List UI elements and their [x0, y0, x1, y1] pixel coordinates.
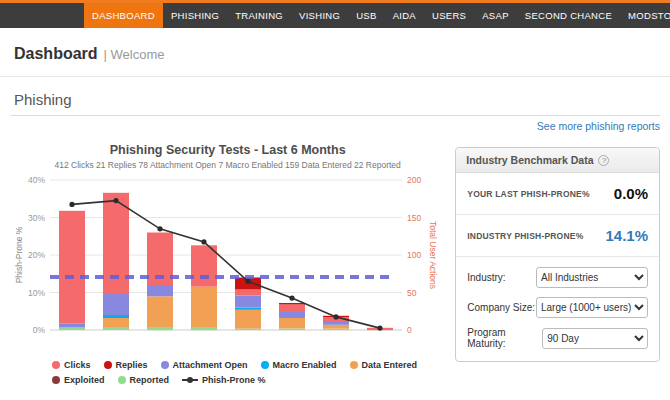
- legend-dot-icon: [52, 376, 60, 384]
- legend-label: Macro Enabled: [273, 360, 337, 370]
- svg-text:150: 150: [407, 213, 421, 223]
- legend-label: Attachment Open: [173, 360, 248, 370]
- chart-subtitle: 412 Clicks 21 Replies 78 Attachment Open…: [10, 160, 445, 170]
- content-area: Phishing See more phishing reports Phish…: [0, 91, 670, 385]
- phish-prone-line-icon: [182, 379, 198, 381]
- industry-select[interactable]: All Industries: [536, 267, 648, 288]
- svg-text:30%: 30%: [28, 213, 45, 223]
- your-phish-prone-row: YOUR LAST PHISH-PRONE% 0.0%: [456, 173, 659, 215]
- program-maturity-filter-label: Program Maturity:: [467, 327, 542, 349]
- svg-text:10%: 10%: [28, 288, 45, 298]
- benchmark-panel-title: Industry Benchmark Data: [466, 154, 593, 166]
- legend-item-data-entered[interactable]: Data Entered: [350, 360, 418, 370]
- legend-item-replies[interactable]: Replies: [104, 360, 148, 370]
- svg-text:Total User Actions: Total User Actions: [428, 221, 438, 289]
- benchmark-panel-header: Industry Benchmark Data ?: [456, 148, 659, 173]
- legend-dot-icon: [118, 376, 126, 384]
- svg-text:40%: 40%: [28, 175, 45, 185]
- legend-dot-icon: [261, 361, 269, 369]
- svg-text:20%: 20%: [28, 250, 45, 260]
- company-size-filter-row: Company Size: Large (1000+ users): [467, 297, 648, 318]
- nav-item-aida[interactable]: AIDA: [385, 3, 424, 28]
- nav-item-asap[interactable]: ASAP: [474, 3, 517, 28]
- legend-label: Phish-Prone %: [202, 375, 266, 385]
- company-size-select[interactable]: Large (1000+ users): [536, 297, 648, 318]
- svg-text:Phish-Prone %: Phish-Prone %: [14, 226, 24, 283]
- legend-label: Data Entered: [362, 360, 418, 370]
- industry-phish-prone-value: 14.1%: [605, 227, 648, 244]
- industry-filter-label: Industry:: [467, 272, 505, 283]
- nav-item-modstore[interactable]: MODSTORE: [620, 3, 670, 28]
- legend-label: Replies: [116, 360, 148, 370]
- legend-dot-icon: [104, 361, 112, 369]
- nav-item-usb[interactable]: USB: [348, 3, 384, 28]
- see-more-row: See more phishing reports: [10, 120, 660, 135]
- your-phish-prone-value: 0.0%: [614, 185, 648, 202]
- see-more-phishing-reports-link[interactable]: See more phishing reports: [537, 120, 660, 132]
- section-divider: [10, 115, 660, 116]
- svg-text:0: 0: [407, 325, 412, 335]
- benchmark-filters: Industry: All Industries Company Size: L…: [456, 257, 659, 361]
- help-icon[interactable]: ?: [598, 155, 609, 166]
- legend-item-macro-enabled[interactable]: Macro Enabled: [261, 360, 337, 370]
- svg-text:200: 200: [407, 175, 421, 185]
- legend-dot-icon: [161, 361, 169, 369]
- page-title: Dashboard: [14, 45, 98, 63]
- legend-item-exploited[interactable]: Exploited: [52, 375, 105, 385]
- nav-item-users[interactable]: USERS: [424, 3, 474, 28]
- svg-text:50: 50: [407, 288, 417, 298]
- legend-item-clicks[interactable]: Clicks: [52, 360, 91, 370]
- company-size-filter-label: Company Size:: [467, 302, 535, 313]
- nav-item-phishing[interactable]: PHISHING: [163, 3, 227, 28]
- legend-label: Reported: [130, 375, 170, 385]
- main-row: Phishing Security Tests - Last 6 Months …: [10, 139, 660, 385]
- svg-text:100: 100: [407, 250, 421, 260]
- svg-text:0%: 0%: [33, 325, 46, 335]
- legend-item-reported[interactable]: Reported: [118, 375, 170, 385]
- legend-label: Exploited: [64, 375, 105, 385]
- legend-item-phish-prone-[interactable]: Phish-Prone %: [182, 375, 266, 385]
- industry-phish-prone-row: INDUSTRY PHISH-PRONE% 14.1%: [456, 215, 659, 257]
- nav-item-dashboard[interactable]: DASHBOARD: [84, 3, 163, 28]
- nav-item-second-chance[interactable]: SECOND CHANCE: [517, 3, 620, 28]
- chart-title: Phishing Security Tests - Last 6 Months: [10, 143, 445, 157]
- industry-phish-prone-label: INDUSTRY PHISH-PRONE%: [467, 231, 583, 241]
- nav-item-training[interactable]: TRAINING: [227, 3, 291, 28]
- page-subtitle: | Welcome: [104, 47, 165, 62]
- page-header: Dashboard | Welcome: [0, 28, 670, 77]
- legend-label: Clicks: [64, 360, 91, 370]
- nav-item-vishing[interactable]: VISHING: [291, 3, 348, 28]
- industry-filter-row: Industry: All Industries: [467, 267, 648, 288]
- chart-legend: ClicksRepliesAttachment OpenMacro Enable…: [10, 360, 420, 385]
- program-maturity-select[interactable]: 90 Day: [542, 328, 648, 349]
- section-title: Phishing: [14, 91, 656, 108]
- main-nav: DASHBOARDPHISHINGTRAININGVISHINGUSBAIDAU…: [0, 3, 670, 28]
- program-maturity-filter-row: Program Maturity: 90 Day: [467, 327, 648, 349]
- phishing-chart-card: Phishing Security Tests - Last 6 Months …: [10, 139, 445, 385]
- legend-item-attachment-open[interactable]: Attachment Open: [161, 360, 248, 370]
- industry-benchmark-panel: Industry Benchmark Data ? YOUR LAST PHIS…: [455, 147, 660, 362]
- chart-plot[interactable]: 0%010%5020%10030%15040%200Phish-Prone %T…: [10, 172, 442, 358]
- your-phish-prone-label: YOUR LAST PHISH-PRONE%: [467, 189, 589, 199]
- legend-dot-icon: [52, 361, 60, 369]
- legend-dot-icon: [350, 361, 358, 369]
